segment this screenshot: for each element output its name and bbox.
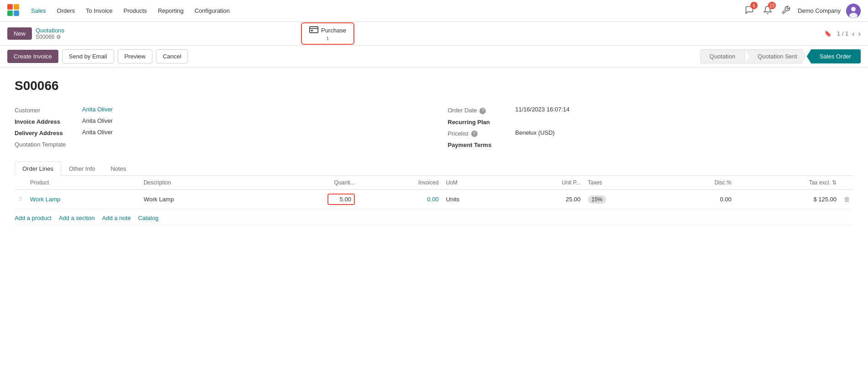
recurring-plan-label: Recurring Plan [448, 118, 512, 126]
breadcrumb: Quotations S00066 ⚙ [36, 27, 64, 40]
table-row: ⠿ Work Lamp Work Lamp 0.00 Units 25.00 1… [15, 190, 853, 209]
add-links-area: Add a product Add a section Add a note C… [15, 211, 853, 226]
pricelist-help-icon[interactable]: ? [471, 131, 478, 137]
recurring-plan-field: Recurring Plan [448, 116, 854, 127]
order-date-help-icon[interactable]: ? [479, 108, 486, 114]
send-by-email-button[interactable]: Send by Email [62, 49, 114, 63]
status-quotation-sent[interactable]: Quotation Sent [745, 49, 807, 63]
pricelist-field: Pricelist ? Benelux (USD) [448, 127, 854, 139]
discount-cell[interactable]: 0.00 [661, 190, 735, 209]
invoice-address-value: Anita Oliver [82, 117, 113, 124]
quantity-col-header: Quanti... [254, 176, 359, 190]
wrench-icon[interactable] [780, 4, 792, 18]
drag-handle-cell[interactable]: ⠿ [15, 190, 26, 209]
taxes-cell[interactable]: 15% [584, 190, 662, 209]
delivery-address-value: Anita Oliver [82, 129, 113, 136]
tab-notes[interactable]: Notes [103, 161, 134, 176]
uom-cell: Units [442, 190, 505, 209]
nav-configuration[interactable]: Configuration [190, 5, 234, 17]
order-date-field: Order Date ? 11/16/2023 16:07:14 [448, 104, 854, 116]
product-name-link[interactable]: Work Lamp [30, 196, 60, 203]
nav-sales[interactable]: Sales [26, 5, 51, 17]
customer-value[interactable]: Anita Oliver [82, 106, 113, 113]
company-name[interactable]: Demo Company [798, 7, 841, 14]
next-page-button[interactable]: › [858, 30, 861, 38]
tabs-container: Order Lines Other Info Notes [15, 161, 853, 176]
payment-terms-field: Payment Terms [448, 139, 854, 150]
new-button[interactable]: New [7, 27, 32, 40]
delete-col-header [840, 176, 853, 190]
smart-buttons-area: Purchase 1 [301, 22, 354, 45]
add-section-link[interactable]: Add a section [59, 215, 95, 221]
credit-card-icon [309, 26, 318, 35]
nav-products[interactable]: Products [119, 5, 151, 17]
pricelist-label: Pricelist ? [448, 129, 512, 137]
quantity-input[interactable] [327, 194, 355, 205]
add-product-link[interactable]: Add a product [15, 215, 52, 221]
drag-col-header [15, 176, 26, 190]
bookmark-icon[interactable]: 🔖 [824, 30, 832, 37]
discount-col-header: Disc.% [661, 176, 735, 190]
invoiced-cell: 0.00 [359, 190, 442, 209]
svg-point-5 [851, 7, 856, 11]
delivery-address-label: Delivery Address [15, 129, 78, 137]
customer-label: Customer [15, 106, 78, 114]
user-avatar[interactable] [846, 4, 861, 18]
svg-rect-0 [7, 4, 13, 10]
settings-gear-icon[interactable]: ⚙ [56, 34, 61, 40]
notifications-button[interactable]: 23 [761, 4, 774, 18]
order-lines-table: Product Description Quanti... Invoiced U… [15, 176, 853, 209]
order-date-value: 11/16/2023 16:07:14 [515, 106, 570, 113]
breadcrumb-parent-link[interactable]: Quotations [36, 27, 64, 34]
taxes-col-header: Taxes [584, 176, 662, 190]
form-fields: Customer Anita Oliver Invoice Address An… [15, 104, 853, 150]
messages-button[interactable]: 6 [743, 4, 756, 18]
customer-field: Customer Anita Oliver [15, 104, 421, 116]
cancel-button[interactable]: Cancel [156, 49, 188, 63]
svg-rect-1 [14, 4, 19, 10]
product-col-header: Product [26, 176, 140, 190]
svg-rect-2 [7, 11, 13, 16]
unit-price-cell[interactable]: 25.00 [505, 190, 584, 209]
status-bar: Quotation Quotation Sent Sales Order [700, 49, 861, 63]
invoiced-value[interactable]: 0.00 [427, 196, 438, 203]
invoiced-col-header: Invoiced [359, 176, 442, 190]
svg-rect-7 [310, 26, 318, 32]
purchase-button[interactable]: Purchase 1 [301, 22, 354, 45]
status-quotation[interactable]: Quotation [700, 49, 745, 63]
nav-to-invoice[interactable]: To Invoice [81, 5, 117, 17]
delete-cell[interactable]: 🗑 [840, 190, 853, 209]
left-fields: Customer Anita Oliver Invoice Address An… [15, 104, 421, 150]
quantity-cell[interactable] [254, 190, 359, 209]
svg-rect-3 [14, 11, 19, 16]
add-note-link[interactable]: Add a note [102, 215, 131, 221]
create-invoice-button[interactable]: Create Invoice [7, 50, 58, 63]
nav-reporting[interactable]: Reporting [153, 5, 188, 17]
svg-point-6 [849, 13, 858, 18]
quotation-template-field: Quotation Template [15, 138, 421, 150]
status-sales-order[interactable]: Sales Order [807, 49, 861, 63]
catalog-link[interactable]: Catalog [138, 215, 159, 221]
description-cell[interactable]: Work Lamp [140, 190, 254, 209]
tax-excl-cell: $ 125.00 [735, 190, 840, 209]
preview-button[interactable]: Preview [118, 49, 152, 63]
app-logo[interactable] [7, 4, 21, 18]
uom-col-header: UoM [442, 176, 505, 190]
breadcrumb-current: S00066 [36, 34, 54, 40]
notifications-badge: 23 [768, 2, 776, 9]
prev-page-button[interactable]: ‹ [852, 30, 854, 38]
invoice-address-label: Invoice Address [15, 117, 78, 125]
tab-other-info[interactable]: Other Info [61, 161, 103, 176]
tax-excl-col-header: Tax excl. ⇅ [735, 176, 840, 190]
tab-order-lines[interactable]: Order Lines [15, 161, 61, 176]
nav-orders[interactable]: Orders [52, 5, 80, 17]
drag-handle-icon[interactable]: ⠿ [18, 196, 23, 203]
action-bar: Create Invoice Send by Email Preview Can… [0, 46, 868, 68]
unit-price-col-header: Unit P... [505, 176, 584, 190]
order-date-label: Order Date ? [448, 106, 512, 114]
second-navigation: New Quotations S00066 ⚙ Purchase 1 🔖 1 /… [0, 22, 868, 46]
svg-rect-9 [311, 30, 313, 32]
payment-terms-label: Payment Terms [448, 141, 512, 148]
delete-row-icon[interactable]: 🗑 [844, 196, 850, 203]
col-settings-icon[interactable]: ⇅ [832, 179, 837, 186]
